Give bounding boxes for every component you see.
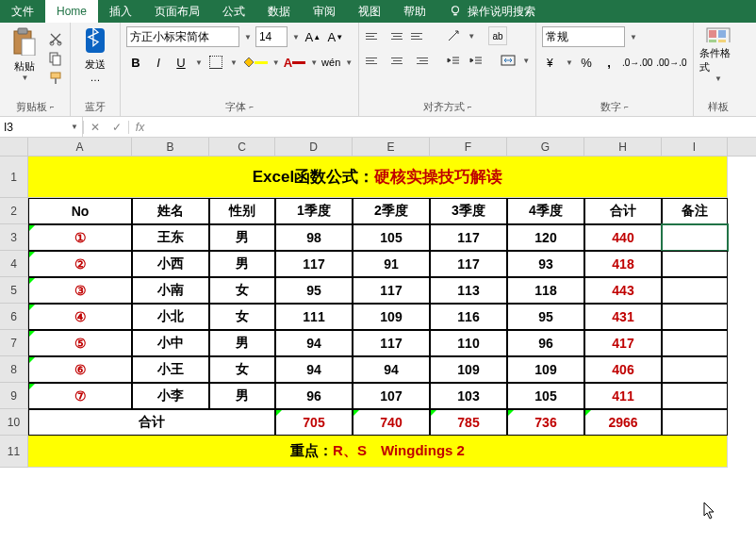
font-name-select[interactable] (126, 26, 239, 47)
cell[interactable]: 111 (275, 304, 353, 330)
cell[interactable] (662, 356, 728, 383)
accounting-format-button[interactable]: ¥ (542, 53, 561, 72)
chevron-down-icon[interactable]: ▼ (310, 58, 318, 67)
cell[interactable]: 417 (584, 330, 662, 356)
confirm-button[interactable]: ✓ (106, 121, 128, 134)
row-header-11[interactable]: 11 (0, 436, 28, 468)
cell[interactable]: 95 (275, 277, 353, 304)
row-header-4[interactable]: 4 (0, 251, 28, 277)
cell[interactable] (662, 330, 728, 356)
decrease-decimal-button[interactable]: .00→.0 (656, 53, 686, 72)
wrap-text-button[interactable]: ab (488, 26, 507, 45)
cell[interactable]: 109 (353, 304, 430, 330)
row-header-5[interactable]: 5 (0, 277, 28, 304)
cell[interactable]: 男 (209, 330, 275, 356)
row-header-1[interactable]: 1 (0, 157, 28, 198)
cell[interactable]: 105 (507, 383, 584, 409)
cell[interactable]: 2季度 (353, 198, 430, 224)
cell[interactable]: ⑥ (28, 356, 132, 383)
cell[interactable]: 105 (353, 224, 430, 251)
cell[interactable]: 小中 (132, 330, 209, 356)
percent-button[interactable]: % (577, 53, 596, 72)
fill-color-button[interactable] (241, 53, 268, 72)
cell[interactable]: 95 (507, 304, 584, 330)
cell[interactable]: 113 (430, 277, 507, 304)
tab-layout[interactable]: 页面布局 (143, 0, 211, 23)
cell[interactable]: 94 (353, 356, 430, 383)
increase-decimal-button[interactable]: .0→.00 (622, 53, 652, 72)
chevron-down-icon[interactable]: ▼ (345, 58, 353, 67)
row-header-3[interactable]: 3 (0, 224, 28, 251)
cell[interactable]: 736 (507, 409, 584, 436)
cell[interactable]: ③ (28, 277, 132, 304)
select-all-corner[interactable] (0, 138, 28, 156)
tab-data[interactable]: 数据 (256, 0, 302, 23)
cell[interactable]: 小王 (132, 356, 209, 383)
cell[interactable]: 91 (353, 251, 430, 277)
tab-formula[interactable]: 公式 (211, 0, 256, 23)
chevron-down-icon[interactable]: ▼ (566, 58, 573, 67)
merge-button[interactable] (499, 51, 518, 70)
cell[interactable]: 小北 (132, 304, 209, 330)
align-left-button[interactable] (365, 52, 384, 69)
cell[interactable]: 107 (353, 383, 430, 409)
cells-area[interactable]: Excel函数公式：硬核实操技巧解读No姓名性别1季度2季度3季度4季度合计备注… (28, 157, 756, 468)
cell[interactable]: 431 (584, 304, 662, 330)
fx-button[interactable]: fx (128, 121, 151, 134)
tell-me[interactable]: 操作说明搜索 (437, 0, 547, 23)
cell[interactable]: 女 (209, 304, 275, 330)
cell[interactable]: ① (28, 224, 132, 251)
cell[interactable]: 117 (353, 277, 430, 304)
align-top-button[interactable] (365, 27, 384, 44)
cell[interactable]: 女 (209, 277, 275, 304)
cell[interactable]: 443 (584, 277, 662, 304)
align-bottom-button[interactable] (410, 27, 429, 44)
cell[interactable]: 117 (353, 330, 430, 356)
chevron-down-icon[interactable]: ▼ (522, 57, 530, 65)
cell[interactable] (662, 224, 728, 251)
dialog-launcher-icon[interactable]: ⌐ (249, 103, 254, 111)
col-header-B[interactable]: B (132, 138, 209, 156)
cancel-button[interactable]: ✕ (83, 121, 106, 134)
comma-button[interactable]: , (600, 53, 618, 72)
col-header-I[interactable]: I (662, 138, 728, 156)
cut-button[interactable] (47, 30, 64, 47)
align-center-button[interactable] (387, 52, 406, 69)
cell[interactable]: 117 (275, 251, 353, 277)
border-button[interactable] (206, 53, 225, 72)
col-header-A[interactable]: A (28, 138, 132, 156)
chevron-down-icon[interactable]: ▼ (71, 123, 78, 131)
cell[interactable]: 男 (209, 251, 275, 277)
cell[interactable]: 96 (507, 330, 584, 356)
tab-review[interactable]: 审阅 (302, 0, 347, 23)
cell[interactable]: 94 (275, 330, 353, 356)
cell[interactable]: 小李 (132, 383, 209, 409)
cell[interactable]: 98 (275, 224, 353, 251)
format-painter-button[interactable] (47, 70, 64, 87)
decrease-indent-button[interactable] (444, 51, 463, 70)
number-format-select[interactable] (542, 26, 625, 47)
grow-font-button[interactable]: A▲ (304, 27, 322, 46)
chevron-down-icon[interactable]: ▼ (630, 33, 637, 41)
chevron-down-icon[interactable]: ▼ (244, 33, 252, 41)
col-header-F[interactable]: F (430, 138, 507, 156)
cell[interactable]: ⑤ (28, 330, 132, 356)
col-header-G[interactable]: G (507, 138, 584, 156)
row-header-2[interactable]: 2 (0, 198, 28, 224)
cell[interactable]: 705 (275, 409, 353, 436)
cell[interactable]: ⑦ (28, 383, 132, 409)
cell[interactable]: 418 (584, 251, 662, 277)
increase-indent-button[interactable] (467, 51, 485, 70)
row-header-8[interactable]: 8 (0, 356, 28, 383)
cell[interactable]: ④ (28, 304, 132, 330)
align-right-button[interactable] (410, 52, 429, 69)
tab-insert[interactable]: 插入 (98, 0, 143, 23)
cell[interactable]: 备注 (662, 198, 728, 224)
phonetic-button[interactable]: wén (321, 53, 340, 72)
bluetooth-send-button[interactable]: 发送 … (76, 26, 114, 83)
cell[interactable]: 120 (507, 224, 584, 251)
cell[interactable]: 男 (209, 224, 275, 251)
underline-button[interactable]: U (172, 53, 190, 72)
row-header-9[interactable]: 9 (0, 383, 28, 409)
dialog-launcher-icon[interactable]: ⌐ (468, 103, 472, 111)
